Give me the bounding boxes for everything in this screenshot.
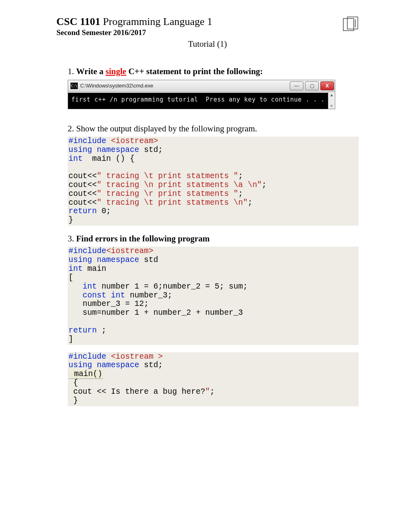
cmd-output: first c++ /n programming tutorial Press … [68, 92, 328, 109]
code-token: std; [139, 145, 163, 154]
code-token: <iostream > [111, 352, 163, 361]
q1-text-post: C++ statement to print the following: [126, 66, 263, 76]
question-3: 3. Find errors in the following program [68, 233, 359, 244]
code-token: ; [238, 189, 243, 198]
code-token: namespace [92, 256, 139, 264]
institution-logo-icon [342, 16, 359, 33]
q1-number: 1. [68, 66, 74, 76]
cmd-icon: C:\ [71, 83, 78, 89]
code-token: cout<< [68, 172, 97, 181]
code-token: " tracing \t print statments \n" [97, 198, 247, 207]
code-token: int [106, 291, 125, 300]
q2-number: 2. [68, 124, 74, 133]
code-token: sum=number 1 + number_2 + number_3 [68, 308, 243, 317]
code-token: ; [248, 198, 253, 207]
code-token: ; [238, 172, 243, 181]
code-token: 0; [97, 207, 111, 216]
code-token: " [205, 387, 210, 396]
code-token: " tracing \r print statments " [97, 189, 238, 198]
code-token: int [68, 154, 83, 163]
code-token: std; [139, 361, 163, 370]
maximize-button[interactable]: ▢ [305, 81, 319, 90]
q1-single-word: single [106, 66, 126, 76]
code-token: } [68, 216, 73, 224]
code-token: cout<< [68, 181, 97, 189]
code-token: <iostream> [106, 247, 154, 256]
code-token: const [68, 291, 106, 300]
q2-text: Show the output displayed by the followi… [76, 124, 257, 133]
question-2: 2. Show the output displayed by the foll… [68, 123, 359, 134]
code-token: int [68, 264, 83, 273]
code-token: return [68, 326, 97, 335]
code-token: number 1 = 6;number_2 = 5; sum; [97, 282, 247, 291]
close-button[interactable]: X [320, 81, 334, 90]
code-token: #include [68, 137, 111, 145]
cmd-window: C:\ C:\Windows\system32\cmd.exe — ▢ X fi… [68, 80, 335, 109]
page-title: CSC 1101 Programming Language 1 [56, 15, 359, 28]
code-token: ; [210, 387, 215, 396]
q3-code-b: #include <iostream > using namespace std… [68, 352, 359, 406]
code-token: { [68, 378, 78, 387]
code-token: #include [68, 247, 106, 256]
tutorial-line: Tutorial (1) [56, 39, 359, 50]
code-token: " tracing \n print statments \a \n" [97, 181, 262, 189]
code-token: #include [68, 352, 111, 361]
code-token: <iostream> [111, 137, 158, 145]
semester-line: Second Semester 2016/2017 [56, 28, 359, 38]
code-token: " tracing \t print statments " [97, 172, 238, 181]
scroll-grip-icon[interactable]: ≡ [330, 104, 333, 108]
cmd-titlebar: C:\ C:\Windows\system32\cmd.exe — ▢ X [68, 80, 335, 92]
code-token: number_3 = 12; [68, 299, 149, 308]
q3-text: Find errors in the following program [76, 234, 210, 243]
code-token: ; [262, 181, 267, 189]
code-token: cout<< [68, 198, 97, 207]
q3-code-a: #include<iostream> using namespace std i… [68, 247, 359, 345]
code-token: main() [68, 370, 103, 379]
code-token: cout<< [68, 189, 97, 198]
q2-code: #include <iostream> using namespace std;… [68, 137, 359, 226]
code-token: namespace [92, 145, 139, 154]
code-token: namespace [92, 361, 139, 370]
code-token: } [68, 396, 78, 405]
code-token: number_3; [125, 291, 172, 300]
code-token: return [68, 207, 97, 216]
code-token: [ [68, 273, 73, 282]
code-token: using [68, 256, 92, 264]
course-code: CSC 1101 [56, 16, 100, 27]
minimize-button[interactable]: — [290, 81, 303, 90]
q1-text-pre: Write a [76, 66, 106, 76]
scroll-up-icon[interactable]: ▲ [330, 93, 334, 97]
cmd-scrollbar[interactable]: ▲ ≡ [328, 92, 335, 109]
course-title: Programming Language 1 [100, 16, 212, 27]
code-token: ] [68, 335, 73, 344]
code-token: main () { [83, 154, 135, 163]
q3-number: 3. [68, 234, 74, 243]
code-token: using [68, 361, 92, 370]
code-token: cout << Is there a bug here? [68, 387, 205, 396]
code-token: ; [97, 326, 106, 335]
cmd-title: C:\Windows\system32\cmd.exe [80, 83, 153, 89]
question-1: 1. Write a single C++ statement to print… [68, 66, 359, 77]
code-token: int [68, 282, 97, 291]
code-token: std [139, 256, 158, 264]
code-token: using [68, 145, 92, 154]
code-token: main [83, 264, 106, 273]
